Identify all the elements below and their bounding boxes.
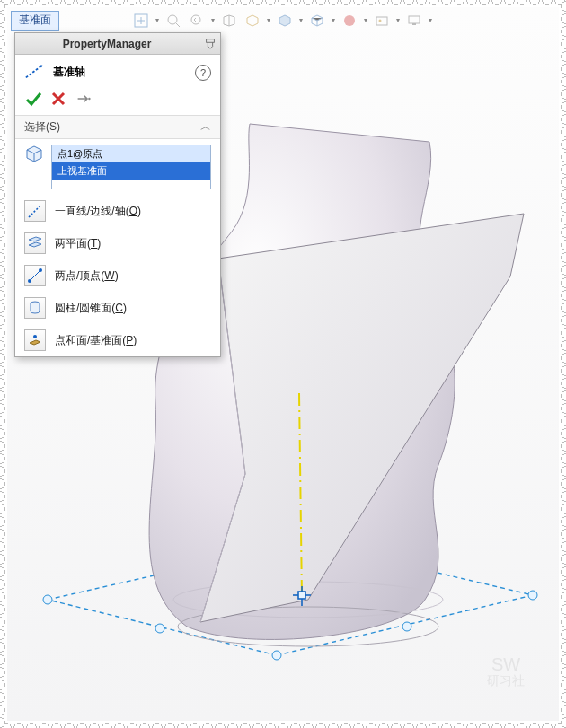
selection-type-icon[interactable] <box>24 145 44 167</box>
svg-point-18 <box>168 15 177 24</box>
pm-title: PropertyManager <box>15 38 199 50</box>
svg-rect-16 <box>298 592 305 599</box>
pm-pushpin-icon[interactable] <box>199 33 220 55</box>
hide-show-icon[interactable] <box>307 11 327 31</box>
dropdown-icon[interactable]: ▾ <box>331 11 336 31</box>
point-face-icon <box>24 329 46 351</box>
svg-point-34 <box>33 335 37 338</box>
option-cylinder-cone[interactable]: 圆柱/圆锥面(C) <box>15 292 220 324</box>
top-tab-reference-plane[interactable]: 基准面 <box>11 11 59 31</box>
section-view-icon[interactable] <box>219 11 239 31</box>
axis-feature-icon <box>24 62 46 83</box>
svg-point-23 <box>379 20 382 22</box>
option-two-planes[interactable]: 两平面(T) <box>15 227 220 259</box>
svg-line-27 <box>26 66 42 78</box>
prev-view-icon[interactable] <box>187 11 207 31</box>
svg-point-31 <box>28 279 31 283</box>
svg-point-7 <box>272 651 281 660</box>
section-header-selection[interactable]: 选择(S) ︿ <box>15 115 220 139</box>
svg-point-4 <box>43 595 52 604</box>
option-label: 点和面/基准面(P) <box>55 333 137 348</box>
feature-name: 基准轴 <box>53 65 85 80</box>
svg-rect-24 <box>409 16 420 23</box>
selection-item[interactable]: 上视基准面 <box>52 162 210 180</box>
svg-line-29 <box>29 205 41 217</box>
appearance-icon[interactable] <box>340 11 359 31</box>
svg-point-28 <box>88 98 90 100</box>
option-label: 两点/顶点(W) <box>55 268 119 284</box>
svg-rect-26 <box>206 39 214 42</box>
watermark: SW 研习社 <box>465 654 546 708</box>
svg-rect-25 <box>412 23 416 25</box>
svg-point-10 <box>402 622 411 631</box>
svg-point-6 <box>528 591 537 600</box>
option-point-and-face[interactable]: 点和面/基准面(P) <box>15 324 220 356</box>
two-planes-icon <box>24 232 46 254</box>
option-one-line[interactable]: 一直线/边线/轴(O) <box>15 195 220 227</box>
keep-visible-icon[interactable] <box>75 90 93 108</box>
dropdown-icon[interactable]: ▾ <box>363 11 368 31</box>
option-label: 两平面(T) <box>55 236 101 251</box>
ok-button[interactable] <box>24 90 42 108</box>
svg-point-32 <box>39 268 42 272</box>
scene-icon[interactable] <box>372 11 392 31</box>
svg-line-30 <box>30 270 40 281</box>
pm-header: PropertyManager <box>15 33 220 55</box>
svg-line-19 <box>176 23 180 27</box>
option-label: 圆柱/圆锥面(C) <box>55 301 127 316</box>
svg-point-11 <box>155 624 164 633</box>
property-manager-panel: PropertyManager 基准轴 ? 选择(S) ︿ 点1@原点 上视基准… <box>14 32 221 357</box>
view-settings-icon[interactable] <box>404 11 424 31</box>
zoom-area-icon[interactable] <box>164 11 183 31</box>
dropdown-icon[interactable]: ▾ <box>298 11 304 31</box>
cancel-button[interactable] <box>49 90 67 108</box>
chevron-up-icon: ︿ <box>200 119 211 135</box>
option-label: 一直线/边线/轴(O) <box>55 204 141 219</box>
dropdown-icon[interactable]: ▾ <box>155 11 160 31</box>
section-title: 选择(S) <box>24 119 60 135</box>
display-style-icon[interactable] <box>275 11 295 31</box>
view-orient-icon[interactable] <box>243 11 262 31</box>
svg-point-21 <box>344 15 355 26</box>
selection-listbox[interactable]: 点1@原点 上视基准面 <box>51 145 211 189</box>
cylinder-face-icon <box>24 297 46 319</box>
dropdown-icon[interactable]: ▾ <box>428 11 433 31</box>
dropdown-icon[interactable]: ▾ <box>395 11 401 31</box>
heads-up-toolbar: ▾ ▾ ▾ ▾ ▾ ▾ ▾ ▾ <box>131 11 433 31</box>
selection-item[interactable]: 点1@原点 <box>52 145 210 162</box>
help-icon[interactable]: ? <box>195 65 211 81</box>
line-edge-axis-icon <box>24 200 46 222</box>
dropdown-icon[interactable]: ▾ <box>266 11 271 31</box>
two-points-icon <box>24 265 46 286</box>
svg-point-20 <box>191 15 200 24</box>
svg-rect-22 <box>376 17 387 25</box>
option-two-points[interactable]: 两点/顶点(W) <box>15 259 220 292</box>
dropdown-icon[interactable]: ▾ <box>210 11 216 31</box>
zoom-fit-icon[interactable] <box>131 11 151 31</box>
